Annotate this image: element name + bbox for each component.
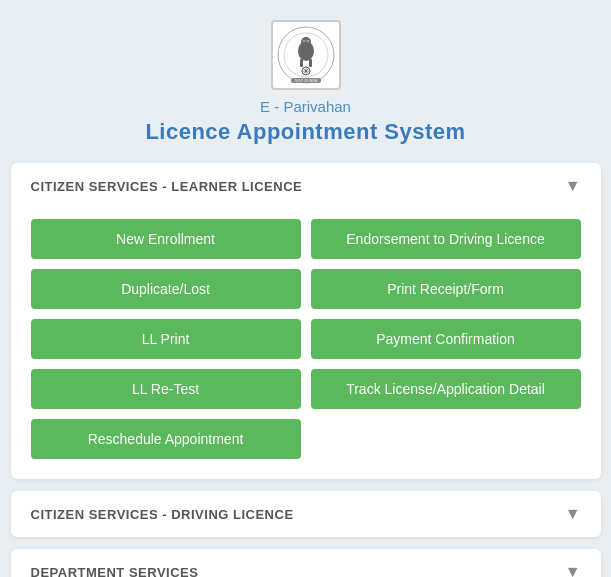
section-header-text-driving-licence: CITIZEN SERVICES - DRIVING LICENCE — [31, 507, 294, 522]
chevron-down-icon-driving-licence: ▼ — [565, 505, 581, 523]
svg-text:GOVT OF INDIA: GOVT OF INDIA — [294, 79, 316, 83]
service-btn-track-license-application-detail[interactable]: Track License/Application Detail — [311, 369, 581, 409]
app-name-label: E - Parivahan — [260, 98, 351, 115]
section-header-department-services[interactable]: DEPARTMENT SERVICES▼ — [11, 549, 601, 577]
service-btn-ll-print[interactable]: LL Print — [31, 319, 301, 359]
section-body-learner-licence: New EnrollmentEndorsement to Driving Lic… — [11, 209, 601, 479]
chevron-down-icon-department-services: ▼ — [565, 563, 581, 577]
service-btn-new-enrollment[interactable]: New Enrollment — [31, 219, 301, 259]
service-btn-payment-confirmation[interactable]: Payment Confirmation — [311, 319, 581, 359]
section-card-learner-licence: CITIZEN SERVICES - LEARNER LICENCE▼New E… — [11, 163, 601, 479]
app-header: GOVT OF INDIA E - Parivahan Licence Appo… — [145, 20, 465, 145]
app-logo: GOVT OF INDIA — [271, 20, 341, 90]
section-card-department-services: DEPARTMENT SERVICES▼ — [11, 549, 601, 577]
sections-container: CITIZEN SERVICES - LEARNER LICENCE▼New E… — [11, 163, 601, 577]
service-btn-ll-re-test[interactable]: LL Re-Test — [31, 369, 301, 409]
svg-point-7 — [306, 40, 309, 43]
svg-point-6 — [302, 40, 305, 43]
section-header-text-department-services: DEPARTMENT SERVICES — [31, 565, 199, 578]
section-header-driving-licence[interactable]: CITIZEN SERVICES - DRIVING LICENCE▼ — [11, 491, 601, 537]
svg-rect-5 — [309, 59, 312, 67]
service-btn-endorsement-to-driving-licence[interactable]: Endorsement to Driving Licence — [311, 219, 581, 259]
svg-point-3 — [301, 37, 311, 47]
chevron-down-icon-learner-licence: ▼ — [565, 177, 581, 195]
section-card-driving-licence: CITIZEN SERVICES - DRIVING LICENCE▼ — [11, 491, 601, 537]
service-btn-duplicate-lost[interactable]: Duplicate/Lost — [31, 269, 301, 309]
btn-grid-learner-licence: New EnrollmentEndorsement to Driving Lic… — [31, 219, 581, 459]
service-btn-reschedule-appointment[interactable]: Reschedule Appointment — [31, 419, 301, 459]
service-btn-print-receipt-form[interactable]: Print Receipt/Form — [311, 269, 581, 309]
app-title-label: Licence Appointment System — [145, 119, 465, 145]
section-header-text-learner-licence: CITIZEN SERVICES - LEARNER LICENCE — [31, 179, 303, 194]
svg-rect-4 — [300, 59, 303, 67]
section-header-learner-licence[interactable]: CITIZEN SERVICES - LEARNER LICENCE▼ — [11, 163, 601, 209]
